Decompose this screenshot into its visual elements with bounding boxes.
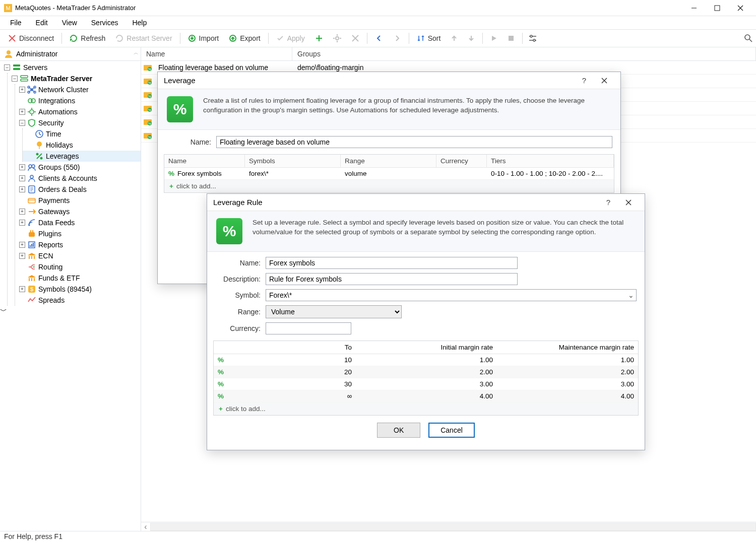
node-orders[interactable]: +Orders & Deals: [15, 184, 141, 195]
menu-view[interactable]: View: [55, 17, 84, 28]
expand-icon[interactable]: +: [19, 253, 25, 259]
nav-fwd-button[interactable]: [388, 32, 406, 44]
help-button[interactable]: ?: [574, 72, 594, 89]
sort-button[interactable]: Sort: [412, 32, 446, 44]
tier-row[interactable]: %202.002.00: [214, 366, 638, 378]
node-security[interactable]: –Security: [15, 117, 141, 128]
leverage-name-input[interactable]: [216, 136, 612, 148]
export-button[interactable]: Export: [224, 32, 265, 44]
node-network-cluster[interactable]: +Network Cluster: [15, 84, 141, 95]
col-rule-range[interactable]: Range: [341, 155, 436, 167]
col-name[interactable]: Name: [141, 47, 292, 60]
node-clients[interactable]: +Clients & Accounts: [15, 173, 141, 184]
statusbar: For Help, press F1: [0, 531, 756, 543]
close-icon[interactable]: [594, 72, 614, 89]
col-mmr[interactable]: Maintenance margin rate: [497, 341, 638, 354]
expand-icon[interactable]: +: [19, 175, 25, 181]
node-reports[interactable]: +Reports: [15, 239, 141, 250]
svg-point-50: [37, 142, 42, 147]
h-scrollbar[interactable]: ‹: [141, 522, 756, 531]
nav-back-button[interactable]: [370, 32, 388, 44]
menu-file[interactable]: File: [3, 17, 29, 28]
node-integrations[interactable]: Integrations: [15, 95, 141, 106]
close-button[interactable]: [729, 0, 752, 16]
stop-button[interactable]: [502, 33, 520, 44]
col-rule-currency[interactable]: Currency: [436, 155, 487, 167]
col-rule-name[interactable]: Name: [164, 155, 245, 167]
menu-edit[interactable]: Edit: [29, 17, 55, 28]
disconnect-button[interactable]: Disconnect: [3, 32, 59, 44]
node-holidays[interactable]: Holidays: [23, 140, 141, 151]
expand-icon[interactable]: +: [19, 164, 25, 170]
col-imr[interactable]: Initial margin rate: [356, 341, 497, 354]
help-button[interactable]: ?: [598, 194, 618, 211]
tree-header[interactable]: Administrator ︿: [0, 47, 141, 61]
node-payments[interactable]: Payments: [15, 195, 141, 206]
restart-server-button[interactable]: Restart Server: [110, 32, 177, 44]
scroll-down-icon[interactable]: ﹀: [0, 307, 7, 315]
node-mt-server[interactable]: – MetaTrader Server: [8, 73, 141, 84]
node-symbols[interactable]: +$Symbols (89454): [15, 284, 141, 295]
add-rule-row[interactable]: + click to add...: [164, 180, 614, 192]
delete-button[interactable]: [346, 32, 364, 44]
tier-row[interactable]: %∞4.004.00: [214, 390, 638, 402]
node-gateways[interactable]: +Gateways: [15, 206, 141, 217]
col-rule-symbols[interactable]: Symbols: [245, 155, 341, 167]
move-up-button[interactable]: [446, 33, 463, 44]
expand-icon[interactable]: +: [19, 220, 25, 226]
tier-table: To Initial margin rate Maintenance margi…: [213, 341, 639, 416]
node-servers[interactable]: – Servers: [0, 62, 141, 73]
expand-icon[interactable]: +: [19, 87, 25, 93]
node-funds[interactable]: Funds & ETF: [15, 273, 141, 284]
play-button[interactable]: [485, 33, 502, 44]
col-groups[interactable]: Groups: [292, 47, 756, 60]
node-time[interactable]: Time: [23, 128, 141, 140]
rule-name-input[interactable]: [266, 257, 518, 269]
close-icon[interactable]: [618, 194, 639, 211]
node-ecn[interactable]: +ECN: [15, 250, 141, 261]
collapse-icon[interactable]: –: [12, 76, 18, 82]
refresh-button[interactable]: Refresh: [65, 32, 110, 44]
add-tier-row[interactable]: + click to add...: [214, 402, 638, 415]
settings-icon[interactable]: [528, 34, 537, 42]
node-automations[interactable]: +Automations: [15, 106, 141, 117]
expand-icon[interactable]: +: [19, 242, 25, 248]
expand-icon[interactable]: +: [19, 186, 25, 192]
node-spreads[interactable]: Spreads: [15, 295, 141, 306]
cancel-button[interactable]: Cancel: [428, 423, 475, 438]
scroll-up-icon[interactable]: ︿: [134, 49, 139, 56]
maximize-button[interactable]: [706, 0, 729, 16]
node-groups[interactable]: +Groups (550): [15, 162, 141, 173]
move-down-button[interactable]: [463, 33, 480, 44]
tier-row[interactable]: %101.001.00: [214, 354, 638, 366]
gear-button[interactable]: [328, 32, 346, 44]
tier-row[interactable]: %303.003.00: [214, 378, 638, 390]
expand-icon[interactable]: +: [19, 109, 25, 115]
search-input[interactable]: [541, 34, 740, 42]
leverage-dialog-title: Leverage ?: [158, 72, 620, 89]
add-button[interactable]: [310, 32, 328, 44]
expand-icon[interactable]: +: [19, 209, 25, 215]
rule-symbol-combo[interactable]: Forex\* ⌄: [266, 289, 637, 301]
col-to[interactable]: To: [229, 341, 356, 354]
collapse-icon[interactable]: –: [4, 64, 10, 71]
ok-button[interactable]: OK: [377, 423, 420, 438]
menu-services[interactable]: Services: [84, 17, 125, 28]
node-datafeeds[interactable]: +Data Feeds: [15, 217, 141, 228]
expand-icon[interactable]: +: [19, 286, 25, 292]
rule-range-select[interactable]: Volume: [266, 305, 402, 318]
collapse-icon[interactable]: –: [19, 120, 25, 126]
apply-button[interactable]: Apply: [271, 32, 310, 44]
import-button[interactable]: Import: [183, 32, 224, 44]
search-icon[interactable]: [744, 34, 753, 43]
node-leverages[interactable]: Leverages: [23, 151, 141, 162]
rule-currency-input[interactable]: [266, 322, 351, 334]
menu-help[interactable]: Help: [125, 17, 154, 28]
rule-desc-input[interactable]: [266, 273, 518, 285]
node-routing[interactable]: Routing: [15, 261, 141, 273]
minimize-button[interactable]: [682, 0, 706, 16]
col-rule-tiers[interactable]: Tiers: [487, 155, 614, 167]
node-plugins[interactable]: Plugins: [15, 228, 141, 239]
tier-mmr: 1.00: [497, 354, 638, 366]
rule-row[interactable]: %Forex symbols forex\* volume 0-10 - 1.0…: [164, 168, 614, 180]
